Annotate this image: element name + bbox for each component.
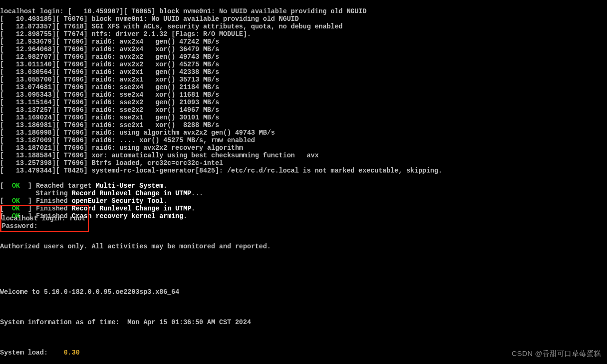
boot-line: [ 10.493185][ T6076] block nvme0n1: No U…: [0, 15, 442, 23]
boot-line: [ 13.055700][ T7696] raid6: avx2x1 xor()…: [0, 76, 442, 83]
login-user[interactable]: root: [70, 215, 86, 222]
boot-line: [ 13.479344][ T8425] systemd-rc-local-ge…: [0, 167, 442, 174]
status-line: [ OK ] Finished openEuler Security Tool.: [0, 197, 442, 205]
boot-log: localhost login: [ 10.459907][ T6065] bl…: [0, 8, 442, 174]
boot-line: [ 12.933679][ T7696] raid6: avx2x4 gen()…: [0, 38, 442, 46]
boot-line: [ 13.169024][ T7696] raid6: sse2x1 gen()…: [0, 114, 442, 121]
boot-line: [ 12.873357][ T7618] SGI XFS with ACLs, …: [0, 23, 442, 30]
boot-line: [ 13.011140][ T7696] raid6: avx2x2 xor()…: [0, 61, 442, 68]
ok-badge: OK: [12, 197, 20, 205]
post-login: Authorized users only. All activities ma…: [0, 235, 271, 364]
login-highlight-box: localhost login: root Password:: [0, 205, 89, 232]
boot-line: [ 13.137257][ T7696] raid6: sse2x2 xor()…: [0, 106, 442, 114]
sysinfo-time: System information as of time: Mon Apr 1…: [0, 318, 271, 326]
boot-line: [ 13.186981][ T7696] raid6: sse2x1 xor()…: [0, 121, 442, 129]
boot-line: [ 13.095343][ T7696] raid6: sse2x4 xor()…: [0, 91, 442, 99]
boot-line: localhost login: [ 10.459907][ T6065] bl…: [0, 8, 442, 15]
boot-line: [ 13.074681][ T7696] raid6: sse2x4 gen()…: [0, 83, 442, 91]
terminal[interactable]: localhost login: [ 10.459907][ T6065] bl…: [0, 0, 442, 228]
stat-load-value: 0.30: [64, 349, 80, 356]
welcome-line: Welcome to 5.10.0-182.0.0.95.oe2203sp3.x…: [0, 288, 271, 296]
status-message: Record Runlevel Change in UTMP: [72, 190, 191, 197]
status-message: openEuler Security Tool: [72, 197, 163, 205]
status-message: Multi-User System: [96, 182, 164, 190]
boot-line: [ 13.257398][ T7696] Btrfs loaded, crc32…: [0, 159, 442, 167]
boot-line: [ 13.115164][ T7696] raid6: sse2x2 gen()…: [0, 99, 442, 106]
boot-line: [ 13.188584][ T7696] xor: automatically …: [0, 152, 442, 159]
boot-line: [ 13.187009][ T7696] raid6: .... xor() 4…: [0, 136, 442, 144]
boot-line: [ 13.030564][ T7696] raid6: avx2x1 gen()…: [0, 68, 442, 76]
boot-line: [ 12.898755][ T7674] ntfs: driver 2.1.32…: [0, 30, 442, 38]
auth-notice: Authorized users only. All activities ma…: [0, 243, 271, 250]
password-label[interactable]: Password:: [2, 222, 38, 230]
status-line: Starting Record Runlevel Change in UTMP.…: [0, 190, 442, 197]
login-prompt: localhost login:: [2, 215, 70, 222]
status-message: Record Runlevel Change in UTMP: [72, 205, 191, 212]
boot-line: [ 12.964068][ T7696] raid6: avx2x4 xor()…: [0, 46, 442, 53]
csdn-watermark: CSDN @香甜可口草莓蛋糕: [512, 350, 601, 357]
boot-line: [ 13.187021][ T7696] raid6: using avx2x2…: [0, 144, 442, 152]
boot-line: [ 13.186998][ T7696] raid6: using algori…: [0, 129, 442, 136]
stat-load-label: System load:: [0, 349, 64, 356]
ok-badge: OK: [12, 182, 20, 190]
boot-line: [ 12.982707][ T7696] raid6: avx2x2 gen()…: [0, 53, 442, 61]
status-line: [ OK ] Reached target Multi-User System.: [0, 182, 442, 190]
